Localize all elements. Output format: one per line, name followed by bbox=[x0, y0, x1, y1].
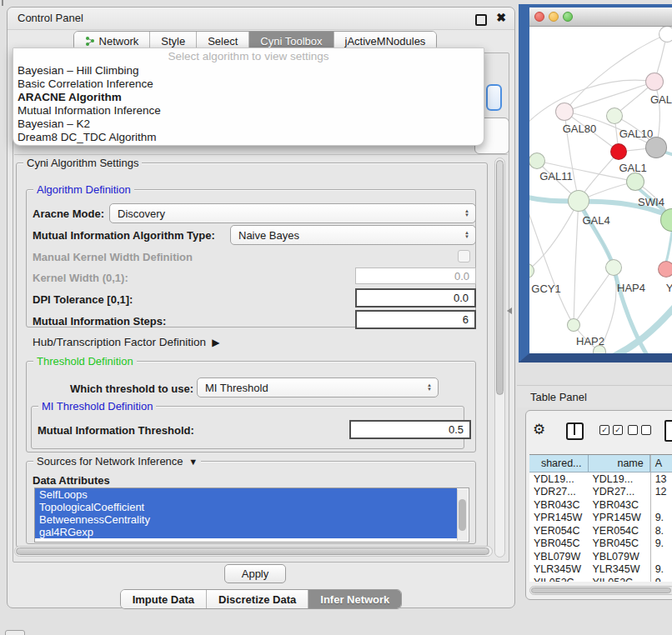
data-attributes-list[interactable]: SelfLoopsTopologicalCoefficientBetweenne… bbox=[34, 488, 469, 542]
checked-box-icon: ✓ bbox=[613, 425, 623, 435]
scrollbar-thumb[interactable] bbox=[531, 588, 671, 593]
table-row[interactable]: YDL19...YDL19...13 bbox=[529, 472, 672, 486]
dpi-tolerance-value: 0.0 bbox=[454, 292, 469, 304]
dpi-tolerance-input[interactable]: 0.0 bbox=[355, 288, 476, 308]
group-title: MI Threshold Definition bbox=[38, 400, 156, 412]
tab-label: Select bbox=[208, 35, 238, 48]
tab-impute-data[interactable]: Impute Data bbox=[121, 590, 207, 608]
table-cell: 9. bbox=[650, 538, 672, 551]
tab-discretize-data[interactable]: Discretize Data bbox=[207, 590, 308, 608]
column-header-clipped[interactable]: A bbox=[650, 455, 672, 472]
network-node[interactable] bbox=[567, 318, 580, 332]
manual-kernel-checkbox[interactable] bbox=[458, 250, 470, 262]
data-attribute-item[interactable]: TopologicalCoefficient bbox=[35, 501, 457, 513]
control-panel-window: Control Panel ✖ NetworkStyleSelectCyni T… bbox=[7, 7, 515, 608]
table-cell: 9. bbox=[650, 512, 672, 525]
traffic-light-minimize-icon[interactable] bbox=[549, 12, 559, 22]
table-row[interactable]: YPR145WYPR145W9. bbox=[529, 512, 672, 525]
deselect-all-columns-icon[interactable] bbox=[628, 425, 651, 435]
table-cell: 13 bbox=[650, 472, 672, 486]
hub-definition-toggle[interactable]: Hub/Transcription Factor Definition ▶ bbox=[33, 336, 219, 348]
algorithm-option[interactable]: Dream8 DC_TDC Algorithm bbox=[13, 131, 484, 144]
bottom-left-button-fragment[interactable] bbox=[5, 630, 25, 635]
network-node[interactable] bbox=[645, 72, 664, 91]
table-row[interactable]: YBR045CYBR045C9. bbox=[529, 538, 672, 551]
gear-icon[interactable]: ⚙ bbox=[533, 422, 545, 438]
mi-steps-value: 6 bbox=[463, 313, 469, 326]
close-icon[interactable]: ✖ bbox=[496, 11, 506, 24]
table-cell: 8. bbox=[650, 524, 672, 538]
unchecked-box-icon bbox=[628, 425, 638, 435]
control-panel-titlebar: Control Panel ✖ bbox=[8, 8, 514, 30]
network-node[interactable] bbox=[610, 143, 627, 160]
table-row[interactable]: YBR043CYBR043C bbox=[529, 498, 672, 512]
network-node[interactable] bbox=[568, 190, 589, 212]
table-horizontal-scrollbar[interactable] bbox=[529, 586, 672, 595]
table-row[interactable]: YDR27...YDR27...12 bbox=[529, 486, 672, 499]
kernel-width-input[interactable]: 0.0 bbox=[355, 268, 476, 284]
table-cell: YDR27... bbox=[588, 486, 649, 499]
document-icon[interactable] bbox=[664, 420, 672, 442]
column-header-shared-name[interactable]: shared... bbox=[529, 455, 589, 472]
data-attribute-item[interactable]: gal4RGexp bbox=[35, 526, 457, 538]
float-window-icon[interactable] bbox=[475, 14, 487, 26]
data-attribute-item[interactable]: BetweennessCentrality bbox=[35, 513, 457, 526]
network-node[interactable] bbox=[555, 102, 574, 121]
which-threshold-label: Which threshold to use: bbox=[70, 382, 193, 395]
node-label: GCY1 bbox=[531, 282, 560, 295]
network-node[interactable] bbox=[659, 27, 672, 42]
traffic-light-close-icon[interactable] bbox=[534, 12, 544, 22]
network-node[interactable] bbox=[626, 172, 644, 191]
aracne-mode-combo[interactable]: Discovery ▲▼ bbox=[109, 203, 476, 223]
table-cell: YDL19... bbox=[588, 472, 649, 486]
algorithm-dropdown-placeholder: Select algorithm to view settings bbox=[13, 50, 484, 64]
network-window-titlebar bbox=[529, 8, 672, 27]
settings-horizontal-scrollbar[interactable] bbox=[14, 546, 493, 557]
table-row[interactable]: YBL079WYBL079W bbox=[529, 550, 672, 563]
data-attribute-item[interactable]: SelfLoops bbox=[35, 488, 457, 501]
algorithm-option[interactable]: Mutual Information Inference bbox=[13, 104, 484, 118]
which-threshold-combo[interactable]: MI Threshold ▲▼ bbox=[197, 378, 439, 398]
table-cell: YLR345W bbox=[529, 563, 588, 577]
traffic-light-zoom-icon[interactable] bbox=[563, 12, 573, 22]
node-label: GAL4 bbox=[582, 214, 609, 227]
sources-toggle[interactable]: Sources for Network Inference ▼ bbox=[33, 455, 201, 468]
list-vertical-scrollbar[interactable] bbox=[457, 489, 468, 541]
table-row[interactable]: YLR345WYLR345W9. bbox=[529, 563, 672, 577]
network-node[interactable] bbox=[529, 152, 545, 169]
table-row[interactable]: YER054CYER054C8. bbox=[529, 524, 672, 538]
settings-vertical-scrollbar[interactable] bbox=[494, 158, 505, 558]
algorithm-option[interactable]: ARACNE Algorithm bbox=[13, 91, 484, 104]
scrollbar-thumb[interactable] bbox=[16, 548, 489, 555]
network-node[interactable] bbox=[658, 261, 672, 278]
mi-type-combo[interactable]: Naive Bayes ▲▼ bbox=[230, 225, 476, 245]
table-header-row[interactable]: shared... name A bbox=[529, 455, 672, 472]
table-row[interactable]: YIL052CYIL052C9 bbox=[529, 576, 672, 582]
column-header-name[interactable]: name bbox=[589, 455, 650, 472]
panel-collapse-handle[interactable] bbox=[507, 308, 512, 314]
algorithm-option[interactable]: Bayesian – Hill Climbing bbox=[13, 64, 484, 78]
apply-button[interactable]: Apply bbox=[224, 564, 286, 583]
column-view-icon[interactable] bbox=[566, 422, 584, 440]
network-canvas[interactable]: GALGAL80GAL10GAL1GAL11SWI4GAL4GCY1HAP4YH… bbox=[529, 27, 672, 353]
apply-button-label: Apply bbox=[242, 568, 269, 580]
network-node[interactable] bbox=[606, 108, 623, 124]
network-node[interactable] bbox=[605, 259, 622, 276]
network-icon bbox=[85, 36, 95, 46]
table-cell: 9. bbox=[650, 563, 672, 577]
kernel-width-label: Kernel Width (0,1): bbox=[33, 272, 128, 284]
group-title: Algorithm Definition bbox=[33, 183, 134, 196]
mi-steps-input[interactable]: 6 bbox=[355, 310, 476, 329]
scrollbar-thumb[interactable] bbox=[459, 499, 466, 531]
table-cell: YIL052C bbox=[529, 576, 588, 582]
table-cell: YBR045C bbox=[588, 538, 649, 551]
focused-combo-spinner-fragment bbox=[486, 84, 502, 111]
tab-infer-network[interactable]: Infer Network bbox=[308, 590, 401, 608]
mi-threshold-input[interactable]: 0.5 bbox=[349, 420, 471, 439]
table-cell: YDR27... bbox=[529, 486, 588, 499]
algorithm-option[interactable]: Bayesian – K2 bbox=[13, 118, 484, 131]
select-all-columns-icon[interactable]: ✓ ✓ bbox=[599, 425, 623, 435]
algorithm-option[interactable]: Basic Correlation Inference bbox=[13, 78, 484, 91]
scrollbar-thumb[interactable] bbox=[496, 160, 504, 395]
mi-threshold-label: Mutual Information Threshold: bbox=[38, 424, 194, 437]
